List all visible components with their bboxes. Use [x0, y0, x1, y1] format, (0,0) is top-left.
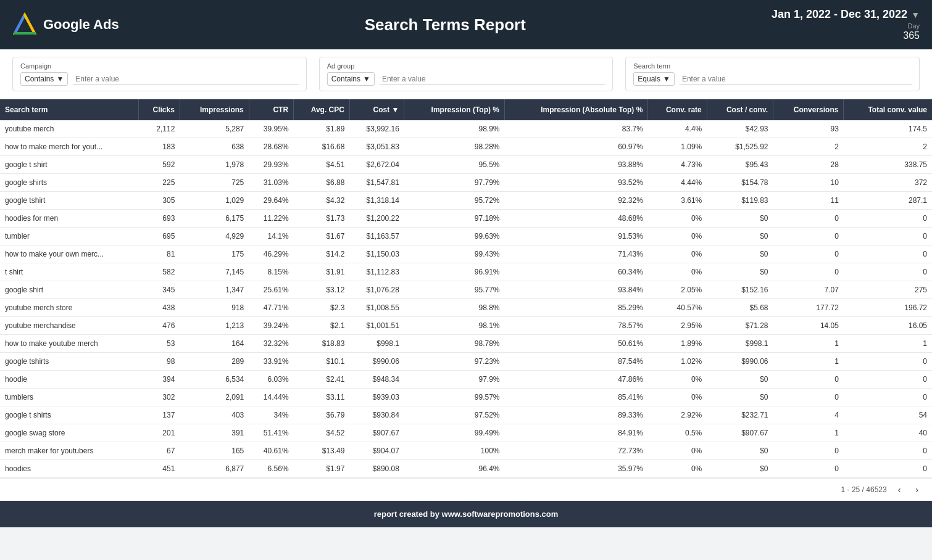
table-cell: 14.44%: [249, 389, 293, 406]
date-dropdown-icon[interactable]: ▼: [911, 10, 920, 20]
day-label: Day: [907, 22, 920, 30]
searchterm-operator-value: Equals: [638, 75, 660, 83]
table-cell: $95.43: [707, 156, 773, 174]
table-cell: 196.72: [844, 299, 932, 317]
table-cell: 0: [844, 389, 932, 406]
searchterm-filter-input[interactable]: [680, 73, 912, 85]
table-cell: 391: [180, 424, 249, 442]
table-cell: $16.68: [294, 138, 350, 156]
date-range-area: Jan 1, 2022 - Dec 31, 2022 ▼ Day 365: [772, 8, 920, 41]
table-cell: $4.32: [294, 192, 350, 210]
col-cost-conv[interactable]: Cost / conv.: [707, 99, 773, 120]
table-cell: 99.43%: [404, 245, 505, 263]
table-cell: 98: [139, 353, 180, 371]
table-cell: 99.49%: [404, 424, 505, 442]
table-cell: 451: [139, 460, 180, 478]
table-cell: 97.18%: [404, 210, 505, 228]
col-search-term[interactable]: Search term: [0, 99, 139, 120]
table-cell: 1,029: [180, 192, 249, 210]
table-row: t shirt5827,1458.15%$1.91$1,112.8396.91%…: [0, 263, 932, 281]
table-cell: 0: [844, 263, 932, 281]
table-cell: 1.89%: [648, 335, 707, 353]
table-cell: 96.91%: [404, 263, 505, 281]
table-cell: $990.06: [349, 353, 404, 371]
table-cell: 33.91%: [249, 353, 293, 371]
table-cell: 0.5%: [648, 424, 707, 442]
table-cell: $890.08: [349, 460, 404, 478]
col-total-conv-value[interactable]: Total conv. value: [844, 99, 932, 120]
table-row: merch maker for youtubers6716540.61%$13.…: [0, 442, 932, 460]
table-cell: 0%: [648, 460, 707, 478]
table-cell: 201: [139, 424, 180, 442]
col-avg-cpc[interactable]: Avg. CPC: [294, 99, 350, 120]
table-cell: 0: [844, 245, 932, 263]
table-cell: $1.89: [294, 120, 350, 138]
table-cell: 40: [844, 424, 932, 442]
table-cell: 72.73%: [505, 442, 648, 460]
table-cell: google tshirts: [0, 353, 139, 371]
pagination: 1 - 25 / 46523 ‹ ›: [0, 478, 932, 501]
table-cell: google t shirts: [0, 406, 139, 424]
table-cell: $154.78: [707, 174, 773, 192]
table-cell: 28.68%: [249, 138, 293, 156]
table-cell: 46.29%: [249, 245, 293, 263]
table-cell: $2.3: [294, 299, 350, 317]
footer-text: report created by www.softwarepromotions…: [374, 509, 559, 519]
page-title: Search Terms Report: [119, 15, 772, 35]
next-page-button[interactable]: ›: [912, 484, 922, 496]
table-cell: 93.84%: [505, 281, 648, 299]
table-cell: $1,076.28: [349, 281, 404, 299]
table-cell: 60.34%: [505, 263, 648, 281]
adgroup-operator-select[interactable]: Contains ▼: [327, 72, 375, 86]
table-cell: 2.05%: [648, 281, 707, 299]
table-cell: $0: [707, 442, 773, 460]
col-clicks[interactable]: Clicks: [139, 99, 180, 120]
campaign-operator-select[interactable]: Contains ▼: [20, 72, 68, 86]
col-ctr[interactable]: CTR: [249, 99, 293, 120]
adgroup-filter-input[interactable]: [380, 73, 605, 85]
prev-page-button[interactable]: ‹: [894, 484, 905, 496]
table-cell: 97.52%: [404, 406, 505, 424]
adgroup-filter-label: Ad group: [327, 62, 605, 70]
table-cell: $0: [707, 263, 773, 281]
table-cell: $998.1: [707, 335, 773, 353]
table-cell: 0%: [648, 210, 707, 228]
svg-line-3: [25, 15, 35, 33]
col-cost[interactable]: Cost ▼: [349, 99, 404, 120]
table-row: how to make merch for yout...18363828.68…: [0, 138, 932, 156]
table-cell: 7,145: [180, 263, 249, 281]
table-cell: 0%: [648, 442, 707, 460]
table-cell: 438: [139, 299, 180, 317]
table-cell: 16.05: [844, 317, 932, 335]
table-cell: 98.78%: [404, 335, 505, 353]
table-cell: 287.1: [844, 192, 932, 210]
campaign-operator-arrow-icon: ▼: [56, 75, 64, 83]
table-cell: 918: [180, 299, 249, 317]
table-cell: 0: [844, 228, 932, 245]
col-conv-rate[interactable]: Conv. rate: [648, 99, 707, 120]
table-cell: $42.93: [707, 120, 773, 138]
col-conversions[interactable]: Conversions: [773, 99, 844, 120]
table-cell: 1: [844, 335, 932, 353]
col-impression-top[interactable]: Impression (Top) %: [404, 99, 505, 120]
table-cell: 95.77%: [404, 281, 505, 299]
col-impression-abs-top[interactable]: Impression (Absolute Top) %: [505, 99, 648, 120]
col-impressions[interactable]: Impressions: [180, 99, 249, 120]
table-cell: 98.28%: [404, 138, 505, 156]
table-cell: 95.5%: [404, 156, 505, 174]
table-cell: 35.97%: [505, 460, 648, 478]
table-cell: 0%: [648, 228, 707, 245]
table-cell: google shirt: [0, 281, 139, 299]
table-cell: $907.67: [349, 424, 404, 442]
table-cell: $0: [707, 228, 773, 245]
table-row: hoodie3946,5346.03%$2.41$948.3497.9%47.8…: [0, 371, 932, 389]
table-cell: 174.5: [844, 120, 932, 138]
table-cell: 14.1%: [249, 228, 293, 245]
table-cell: tumblers: [0, 389, 139, 406]
table-cell: 53: [139, 335, 180, 353]
table-cell: $3.12: [294, 281, 350, 299]
table-cell: 93: [773, 120, 844, 138]
campaign-filter-input[interactable]: [73, 73, 298, 85]
table-cell: 183: [139, 138, 180, 156]
searchterm-operator-select[interactable]: Equals ▼: [633, 72, 675, 86]
